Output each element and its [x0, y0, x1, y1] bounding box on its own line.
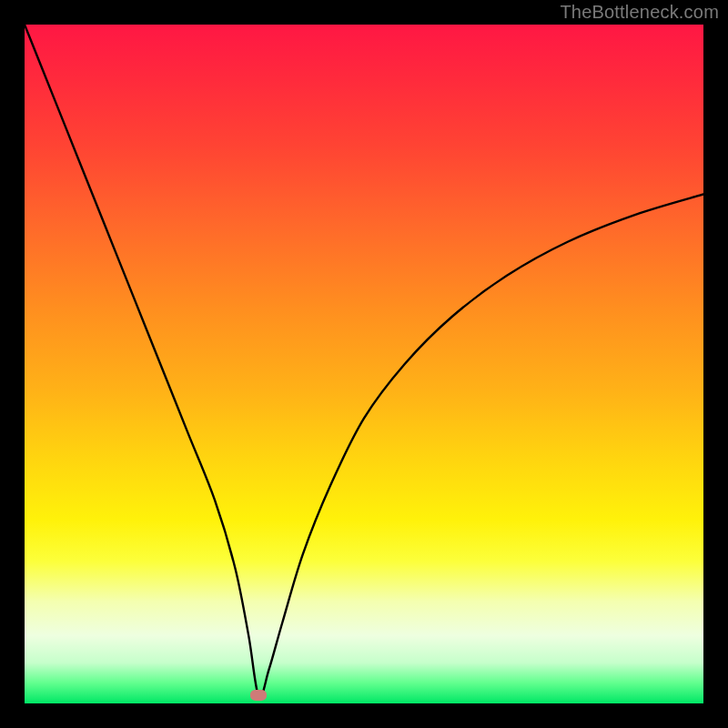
plot-area — [25, 25, 703, 703]
curve-path — [25, 25, 703, 698]
chart-container: TheBottleneck.com — [0, 0, 728, 728]
optimal-point-marker — [250, 690, 267, 701]
bottleneck-curve — [25, 25, 703, 703]
watermark-text: TheBottleneck.com — [560, 2, 719, 23]
